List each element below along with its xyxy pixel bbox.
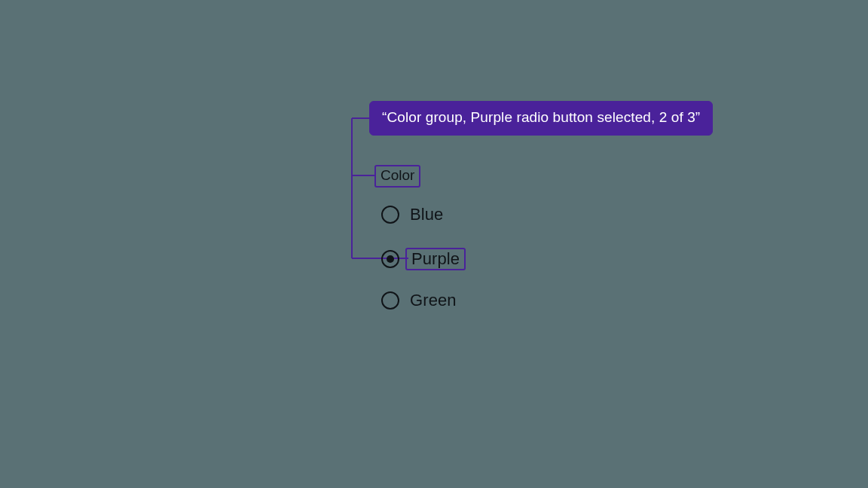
radio-icon [381, 206, 399, 224]
radio-label: Green [410, 291, 457, 310]
radio-icon-selected [381, 250, 399, 268]
radio-label: Blue [410, 205, 443, 224]
radio-group-label: Color [374, 165, 420, 188]
radio-label-selected: Purple [405, 248, 466, 270]
diagram-stage: “Color group, Purple radio button select… [0, 0, 868, 488]
radio-option-purple[interactable]: Purple [381, 248, 466, 270]
radio-option-green[interactable]: Green [381, 291, 457, 310]
screen-reader-announcement: “Color group, Purple radio button select… [369, 101, 713, 136]
radio-icon [381, 291, 399, 310]
radio-option-blue[interactable]: Blue [381, 205, 443, 224]
connector-lines [0, 0, 868, 488]
radio-dot-icon [387, 255, 394, 263]
